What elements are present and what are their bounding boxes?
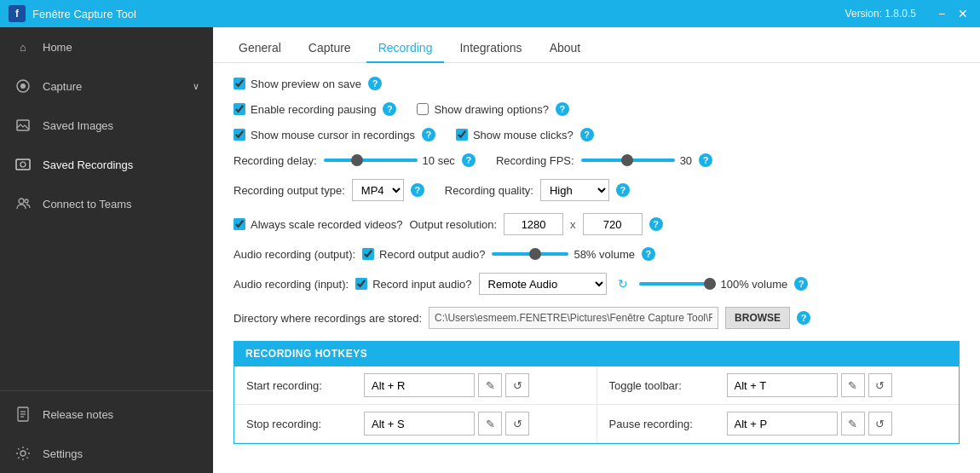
sidebar-item-saved-images[interactable]: Saved Images bbox=[0, 106, 213, 145]
record-input-audio-wrap: Record input audio? bbox=[355, 278, 471, 291]
saved-recordings-icon bbox=[14, 155, 32, 174]
recording-fps-label: Recording FPS: bbox=[496, 154, 574, 167]
recording-hotkeys-section: RECORDING HOTKEYS Start recording: ✎ ↺ bbox=[233, 341, 960, 444]
output-height-input[interactable] bbox=[583, 213, 643, 235]
app-icon: f bbox=[9, 5, 26, 22]
browse-button[interactable]: BROWSE bbox=[725, 307, 790, 329]
show-drawing-help-icon[interactable]: ? bbox=[556, 102, 569, 116]
hotkey-pause-group: ✎ ↺ bbox=[727, 412, 892, 436]
hotkey-pause-input[interactable] bbox=[727, 412, 838, 436]
hotkey-stop-input[interactable] bbox=[364, 412, 475, 436]
show-preview-checkbox[interactable] bbox=[233, 78, 245, 89]
scale-resolution-row: Always scale recorded videos? Output res… bbox=[233, 213, 960, 235]
recording-quality-select[interactable]: High Medium Low bbox=[540, 179, 609, 201]
sidebar-item-saved-recordings-label: Saved Recordings bbox=[43, 159, 133, 171]
hotkey-start-edit-btn[interactable]: ✎ bbox=[478, 373, 502, 397]
audio-input-label: Audio recording (input): bbox=[233, 278, 349, 291]
hotkey-start-label: Start recording: bbox=[246, 379, 357, 392]
show-drawing-label: Show drawing options? bbox=[434, 103, 548, 116]
record-input-audio-checkbox[interactable] bbox=[355, 278, 367, 290]
hotkeys-row-2: Stop recording: ✎ ↺ Pause recording: bbox=[234, 405, 959, 443]
tab-general[interactable]: General bbox=[227, 34, 293, 63]
capture-expand-icon: ∨ bbox=[193, 81, 199, 92]
output-volume-slider-wrap: 58% volume bbox=[492, 248, 635, 261]
hotkey-start-group: ✎ ↺ bbox=[364, 373, 529, 397]
always-scale-label: Always scale recorded videos? bbox=[251, 218, 402, 231]
show-preview-help-icon[interactable]: ? bbox=[368, 77, 382, 90]
enable-pausing-help-icon[interactable]: ? bbox=[383, 102, 396, 116]
tab-recording[interactable]: Recording bbox=[366, 34, 445, 63]
hotkey-stop-group: ✎ ↺ bbox=[364, 412, 529, 436]
always-scale-checkbox[interactable] bbox=[233, 218, 245, 230]
svg-point-6 bbox=[25, 199, 28, 203]
hotkey-start-reset-btn[interactable]: ↺ bbox=[505, 373, 529, 397]
output-type-help-icon[interactable]: ? bbox=[411, 183, 424, 197]
recording-delay-help-icon[interactable]: ? bbox=[462, 153, 476, 167]
hotkey-stop-edit-btn[interactable]: ✎ bbox=[478, 412, 502, 436]
output-volume-slider[interactable] bbox=[492, 252, 568, 256]
svg-point-11 bbox=[20, 451, 26, 456]
content-area: General Capture Recording Integrations A… bbox=[213, 27, 980, 473]
tab-integrations[interactable]: Integrations bbox=[447, 34, 533, 63]
audio-input-help-icon[interactable]: ? bbox=[794, 277, 808, 291]
output-width-input[interactable] bbox=[504, 213, 563, 235]
directory-help-icon[interactable]: ? bbox=[797, 311, 810, 325]
close-button[interactable]: ✕ bbox=[954, 5, 971, 22]
show-cursor-checkbox[interactable] bbox=[233, 129, 245, 141]
hotkey-toggle-label: Toggle toolbar: bbox=[609, 379, 720, 392]
minimize-button[interactable]: − bbox=[933, 5, 950, 22]
hotkey-pause-edit-btn[interactable]: ✎ bbox=[841, 412, 865, 436]
hotkey-start-input[interactable] bbox=[364, 373, 475, 397]
settings-icon bbox=[14, 444, 32, 463]
capture-icon bbox=[14, 77, 32, 95]
show-drawing-checkbox[interactable] bbox=[417, 103, 429, 115]
hotkey-pause-reset-btn[interactable]: ↺ bbox=[868, 412, 892, 436]
directory-path-input[interactable] bbox=[429, 307, 718, 329]
settings-panel: Show preview on save ? Enable recording … bbox=[213, 63, 980, 473]
hotkeys-body: Start recording: ✎ ↺ Toggle toolbar: bbox=[233, 366, 960, 444]
show-clicks-help-icon[interactable]: ? bbox=[580, 128, 594, 141]
sidebar-item-home[interactable]: ⌂ Home bbox=[0, 27, 213, 66]
output-resolution-help-icon[interactable]: ? bbox=[649, 217, 663, 231]
output-volume-label: 58% volume bbox=[574, 248, 635, 261]
hotkey-toggle-edit-btn[interactable]: ✎ bbox=[841, 373, 865, 397]
recording-delay-slider[interactable] bbox=[324, 159, 418, 162]
recording-fps-help-icon[interactable]: ? bbox=[699, 153, 712, 167]
sidebar-item-release-notes-label: Release notes bbox=[43, 408, 113, 421]
sidebar-item-connect-to-teams[interactable]: Connect to Teams bbox=[0, 184, 213, 223]
input-audio-source-select[interactable]: Remote Audio Default Microphone bbox=[479, 273, 607, 295]
audio-output-help-icon[interactable]: ? bbox=[642, 247, 655, 261]
svg-rect-3 bbox=[16, 159, 30, 170]
input-volume-label: 100% volume bbox=[721, 278, 788, 291]
hotkey-toggle-reset-btn[interactable]: ↺ bbox=[868, 373, 892, 397]
hotkey-stop-label: Stop recording: bbox=[246, 418, 357, 430]
audio-output-label: Audio recording (output): bbox=[233, 248, 355, 261]
home-icon: ⌂ bbox=[14, 37, 32, 56]
sidebar-item-capture-label: Capture bbox=[43, 80, 82, 93]
show-clicks-checkbox[interactable] bbox=[456, 129, 468, 141]
input-volume-slider[interactable] bbox=[639, 282, 716, 286]
recording-delay-slider-wrap: 10 sec bbox=[324, 154, 455, 167]
record-input-audio-label: Record input audio? bbox=[372, 278, 471, 291]
record-output-audio-checkbox[interactable] bbox=[362, 248, 374, 260]
enable-pausing-checkbox[interactable] bbox=[233, 103, 245, 115]
always-scale-checkbox-wrap: Always scale recorded videos? bbox=[233, 218, 402, 231]
hotkey-toggle-input[interactable] bbox=[727, 373, 838, 397]
recording-quality-help-icon[interactable]: ? bbox=[616, 183, 630, 197]
sidebar-item-release-notes[interactable]: Release notes bbox=[0, 395, 213, 434]
show-cursor-help-icon[interactable]: ? bbox=[422, 128, 435, 141]
show-clicks-checkbox-wrap: Show mouse clicks? bbox=[456, 129, 574, 141]
hotkey-stop-reset-btn[interactable]: ↺ bbox=[505, 412, 529, 436]
recording-fps-slider[interactable] bbox=[581, 159, 675, 162]
sidebar-item-capture[interactable]: Capture ∨ bbox=[0, 66, 213, 106]
sidebar-item-saved-recordings[interactable]: Saved Recordings bbox=[0, 145, 213, 184]
sidebar-item-settings[interactable]: Settings bbox=[0, 434, 213, 473]
refresh-audio-sources-icon[interactable]: ↻ bbox=[614, 274, 632, 293]
delay-fps-row: Recording delay: 10 sec ? Recording FPS:… bbox=[233, 153, 960, 167]
recording-fps-slider-wrap: 30 bbox=[581, 154, 692, 167]
mouse-cursor-row: Show mouse cursor in recordings ? Show m… bbox=[233, 128, 960, 141]
hotkeys-header: RECORDING HOTKEYS bbox=[233, 341, 960, 366]
output-type-select[interactable]: MP4 GIF AVI bbox=[352, 179, 404, 201]
tab-about[interactable]: About bbox=[538, 34, 593, 63]
tab-capture[interactable]: Capture bbox=[297, 34, 363, 63]
